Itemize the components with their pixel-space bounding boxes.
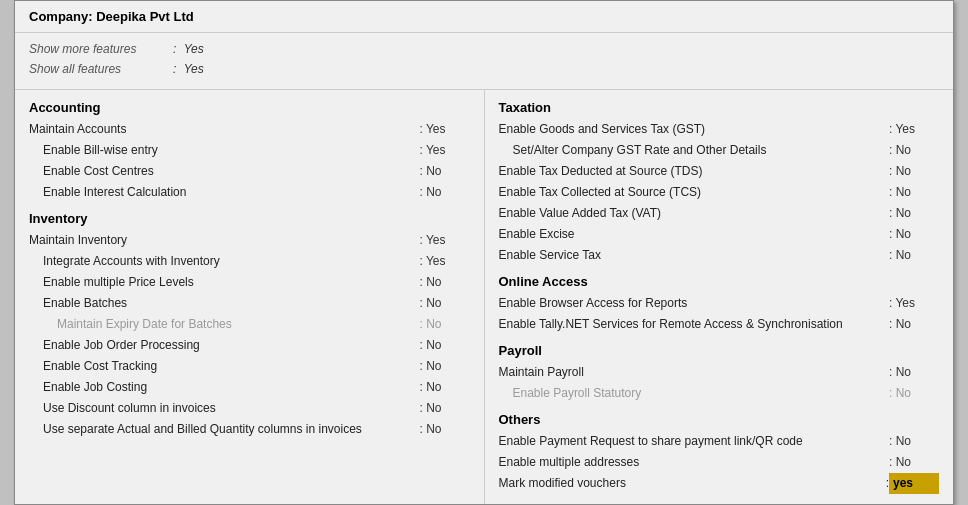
feature-label: Set/Alter Company GST Rate and Other Det… <box>499 140 890 161</box>
feature-value: Yes <box>420 230 470 251</box>
feature-value: No <box>420 293 470 314</box>
list-item: Use separate Actual and Billed Quantity … <box>29 419 470 440</box>
accounting-items: Maintain AccountsYesEnable Bill-wise ent… <box>29 119 470 203</box>
feature-value: No <box>420 335 470 356</box>
feature-value: Yes <box>889 119 939 140</box>
taxation-items: Enable Goods and Services Tax (GST)YesSe… <box>499 119 940 266</box>
feature-label: Enable Job Costing <box>29 377 420 398</box>
list-item: Enable multiple addressesNo <box>499 452 940 473</box>
feature-value: No <box>889 314 939 335</box>
show-all-colon: : <box>173 59 180 79</box>
feature-value: No <box>420 161 470 182</box>
feature-label: Maintain Expiry Date for Batches <box>29 314 420 335</box>
feature-label: Enable Cost Centres <box>29 161 420 182</box>
inventory-items: Maintain InventoryYesIntegrate Accounts … <box>29 230 470 440</box>
show-more-row: Show more features : Yes <box>29 39 939 59</box>
payroll-items: Maintain PayrollNoEnable Payroll Statuto… <box>499 362 940 404</box>
list-item: Enable Cost TrackingNo <box>29 356 470 377</box>
list-item: Enable Cost CentresNo <box>29 161 470 182</box>
show-all-value: Yes <box>184 59 204 79</box>
show-all-label: Show all features <box>29 59 169 79</box>
main-content: Accounting Maintain AccountsYesEnable Bi… <box>15 90 953 504</box>
feature-label: Enable multiple addresses <box>499 452 890 473</box>
list-item: Enable Value Added Tax (VAT)No <box>499 203 940 224</box>
feature-value: No <box>420 356 470 377</box>
feature-label: Use Discount column in invoices <box>29 398 420 419</box>
list-item: Enable Tax Deducted at Source (TDS)No <box>499 161 940 182</box>
show-more-value: Yes <box>184 39 204 59</box>
feature-label: Maintain Payroll <box>499 362 890 383</box>
feature-label: Maintain Inventory <box>29 230 420 251</box>
list-item: Maintain InventoryYes <box>29 230 470 251</box>
list-item: Enable Payment Request to share payment … <box>499 431 940 452</box>
list-item: Enable Service TaxNo <box>499 245 940 266</box>
feature-label: Integrate Accounts with Inventory <box>29 251 420 272</box>
feature-label: Enable Payment Request to share payment … <box>499 431 890 452</box>
main-window: Company: Deepika Pvt Ltd Show more featu… <box>14 0 954 505</box>
show-more-colon: : <box>173 39 180 59</box>
feature-value: No <box>420 419 470 440</box>
list-item: Enable Goods and Services Tax (GST)Yes <box>499 119 940 140</box>
feature-value: No <box>889 224 939 245</box>
feature-value: No <box>889 203 939 224</box>
feature-value: No <box>889 140 939 161</box>
feature-label: Enable Cost Tracking <box>29 356 420 377</box>
feature-value: No <box>889 245 939 266</box>
feature-label: Enable Browser Access for Reports <box>499 293 890 314</box>
feature-value: No <box>420 272 470 293</box>
company-title: Company: Deepika Pvt Ltd <box>29 9 194 24</box>
feature-label: Enable multiple Price Levels <box>29 272 420 293</box>
feature-label: Enable Tax Collected at Source (TCS) <box>499 182 890 203</box>
header-section: Show more features : Yes Show all featur… <box>15 33 953 91</box>
list-item: Enable Browser Access for ReportsYes <box>499 293 940 314</box>
accounting-title: Accounting <box>29 100 470 115</box>
feature-value: No <box>889 182 939 203</box>
inventory-title: Inventory <box>29 211 470 226</box>
list-item: Enable Bill-wise entryYes <box>29 140 470 161</box>
feature-label: Enable Batches <box>29 293 420 314</box>
feature-value: No <box>889 161 939 182</box>
others-title: Others <box>499 412 940 427</box>
list-item: Maintain AccountsYes <box>29 119 470 140</box>
feature-label: Enable Interest Calculation <box>29 182 420 203</box>
feature-label: Maintain Accounts <box>29 119 420 140</box>
list-item: Enable Tax Collected at Source (TCS)No <box>499 182 940 203</box>
feature-label: Use separate Actual and Billed Quantity … <box>29 419 420 440</box>
title-bar: Company: Deepika Pvt Ltd <box>15 1 953 33</box>
feature-label: Enable Goods and Services Tax (GST) <box>499 119 890 140</box>
list-item: Enable Job Order ProcessingNo <box>29 335 470 356</box>
feature-label: Enable Tax Deducted at Source (TDS) <box>499 161 890 182</box>
list-item: Mark modified vouchers: yes <box>499 473 940 494</box>
show-more-label: Show more features <box>29 39 169 59</box>
list-item: Integrate Accounts with InventoryYes <box>29 251 470 272</box>
feature-value: Yes <box>420 140 470 161</box>
feature-value: yes <box>889 473 939 494</box>
others-items: Enable Payment Request to share payment … <box>499 431 940 494</box>
feature-value: No <box>889 362 939 383</box>
feature-value: No <box>420 182 470 203</box>
feature-label: Mark modified vouchers <box>499 473 886 494</box>
feature-value: No <box>420 398 470 419</box>
feature-value: Yes <box>420 251 470 272</box>
feature-label: Enable Payroll Statutory <box>499 383 890 404</box>
list-item: Maintain Expiry Date for BatchesNo <box>29 314 470 335</box>
payroll-title: Payroll <box>499 343 940 358</box>
list-item: Enable BatchesNo <box>29 293 470 314</box>
list-item: Enable Payroll StatutoryNo <box>499 383 940 404</box>
feature-value: No <box>889 452 939 473</box>
show-all-row: Show all features : Yes <box>29 59 939 79</box>
feature-label: Enable Excise <box>499 224 890 245</box>
feature-value: Yes <box>889 293 939 314</box>
list-item: Enable Interest CalculationNo <box>29 182 470 203</box>
list-item: Enable multiple Price LevelsNo <box>29 272 470 293</box>
feature-label: Enable Bill-wise entry <box>29 140 420 161</box>
feature-value: No <box>889 383 939 404</box>
online-items: Enable Browser Access for ReportsYesEnab… <box>499 293 940 335</box>
online-title: Online Access <box>499 274 940 289</box>
feature-value: No <box>889 431 939 452</box>
list-item: Enable Job CostingNo <box>29 377 470 398</box>
list-item: Use Discount column in invoicesNo <box>29 398 470 419</box>
list-item: Set/Alter Company GST Rate and Other Det… <box>499 140 940 161</box>
feature-value: No <box>420 377 470 398</box>
feature-value: Yes <box>420 119 470 140</box>
